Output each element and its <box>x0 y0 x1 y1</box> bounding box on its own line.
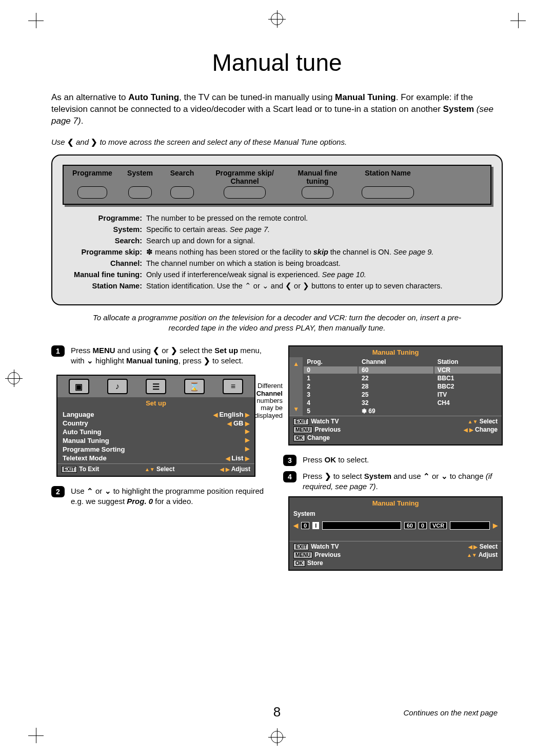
allocate-note: To allocate a programme position on the … <box>92 313 462 334</box>
manual-page: Manual tune As an alternative to Auto Tu… <box>0 0 554 756</box>
tab-search: Search <box>164 169 200 199</box>
sound-icon: ♪ <box>107 379 128 394</box>
def-programme-skip: Programme skip:✽ means nothing has been … <box>63 248 491 256</box>
table-row: 325ITV <box>304 391 501 398</box>
definitions-list: Programme:The number to be pressed on th… <box>63 214 491 290</box>
system-label: System <box>289 508 502 519</box>
system-strip: ◀ 0 I 60 0 VCR ▶ <box>289 519 502 532</box>
step-4-badge: 4 <box>283 471 296 482</box>
chevron-right-icon: ❯ <box>171 346 177 355</box>
crop-mark-bottom <box>271 731 283 743</box>
continues-note: Continues on the next page <box>404 708 498 717</box>
page-title: Manual tune <box>51 49 503 76</box>
def-programme: Programme:The number to be pressed on th… <box>63 214 491 222</box>
chevron-right-icon: ❯ <box>325 472 331 480</box>
setup-menu-title: Set up <box>57 397 254 408</box>
menu-row-language: Language◀ English ▶ <box>63 410 249 419</box>
scroll-up-icon: ▲ <box>293 360 299 367</box>
step-3: 3 Press OK to select. <box>283 455 503 466</box>
menu-row-country: Country◀ GB ▶ <box>63 419 249 428</box>
step-2-badge: 2 <box>51 486 65 497</box>
tab-manual-fine: Manual fine tuning <box>289 169 346 199</box>
menu-row-manual-tuning: Manual Tuning▶ <box>63 436 249 445</box>
intro-paragraph: As an alternative to Auto Tuning, the TV… <box>51 92 503 127</box>
tab-system: System <box>122 169 158 199</box>
crop-mark-bl <box>28 728 44 743</box>
left-column: 1 Press MENU and using ❮ or ❯ select the… <box>51 345 271 571</box>
tab-programme: Programme <box>69 169 116 199</box>
table-row: 432CH4 <box>304 399 501 406</box>
manual-tuning-osd: Manual Tuning ▲ ▼ Prog.ChannelStation 06… <box>288 345 503 445</box>
def-station-name: Station Name:Station identification. Use… <box>63 282 491 290</box>
chevron-up-icon: ⌃ <box>423 472 430 480</box>
step-3-badge: 3 <box>283 455 296 466</box>
step-1-badge: 1 <box>51 345 65 357</box>
chevron-down-icon: ⌄ <box>87 356 93 365</box>
crop-mark-left <box>8 372 20 384</box>
hint-text: Use ❮ and ❯ to move across the screen an… <box>51 138 503 147</box>
def-system: System:Specific to certain areas. See pa… <box>63 225 491 234</box>
system-tuning-title: Manual Tuning <box>289 497 502 508</box>
table-row: 122BBC1 <box>304 375 501 382</box>
def-channel: Channel:The channel number on which a st… <box>63 259 491 267</box>
step-2: 2 Use ⌃ or ⌄ to highlight the programme … <box>51 486 271 506</box>
step-1: 1 Press MENU and using ❮ or ❯ select the… <box>51 345 271 365</box>
system-tuning-osd: Manual Tuning System ◀ 0 I 60 0 VCR ▶ EX… <box>288 496 503 571</box>
def-manual-fine: Manual fine tuning:Only used if interfer… <box>63 270 491 279</box>
chevron-left-icon: ❮ <box>153 346 160 355</box>
scroll-down-icon: ▼ <box>293 405 299 413</box>
setup-menu-icon-bar: ▣ ♪ ☰ ⌛ ≡ <box>57 376 254 397</box>
tab-station-name: Station Name <box>352 169 424 199</box>
chevron-right-icon: ❯ <box>91 138 97 146</box>
chevron-down-icon: ⌄ <box>441 472 448 480</box>
crop-mark-top <box>271 13 283 25</box>
chevron-up-icon: ⌃ <box>87 487 93 495</box>
crop-mark-tr <box>510 13 526 28</box>
table-row: 060VCR <box>304 366 501 374</box>
tab-programme-skip: Programme skip/ Channel <box>206 169 283 199</box>
setup-icon: ≡ <box>223 379 243 394</box>
menu-row-teletext-mode: Teletext Mode◀ List ▶ <box>63 454 249 462</box>
chevron-left-icon: ❮ <box>67 138 74 146</box>
setup-menu-osd: ▣ ♪ ☰ ⌛ ≡ Set up Language◀ English ▶ Cou… <box>56 375 255 477</box>
step-4: 4 Press ❯ to select System and use ⌃ or … <box>283 471 503 491</box>
crop-mark-tl <box>28 13 44 28</box>
timer-icon: ⌛ <box>184 379 205 394</box>
page-number: 8 <box>273 704 281 720</box>
menu-row-programme-sorting: Programme Sorting▶ <box>63 445 249 454</box>
table-row: 5✽ 69 <box>304 408 501 415</box>
right-column: Different Channel numbers may be display… <box>283 345 503 571</box>
menu-row-auto-tuning: Auto Tuning▶ <box>63 428 249 436</box>
tuning-table: Prog.ChannelStation 060VCR 122BBC1 228BB… <box>303 357 502 416</box>
chevron-right-icon: ❯ <box>204 356 210 365</box>
features-icon: ☰ <box>146 379 166 394</box>
table-row: 228BBC2 <box>304 383 501 390</box>
options-panel: Programme System Search Programme skip/ … <box>51 154 503 305</box>
manual-tuning-title: Manual Tuning <box>289 346 502 357</box>
picture-icon: ▣ <box>69 379 89 394</box>
def-search: Search:Search up and down for a signal. <box>63 237 491 245</box>
channel-annotation: Different Channel numbers may be display… <box>254 382 283 419</box>
chevron-down-icon: ⌄ <box>105 487 111 495</box>
tabs-row: Programme System Search Programme skip/ … <box>63 165 491 205</box>
